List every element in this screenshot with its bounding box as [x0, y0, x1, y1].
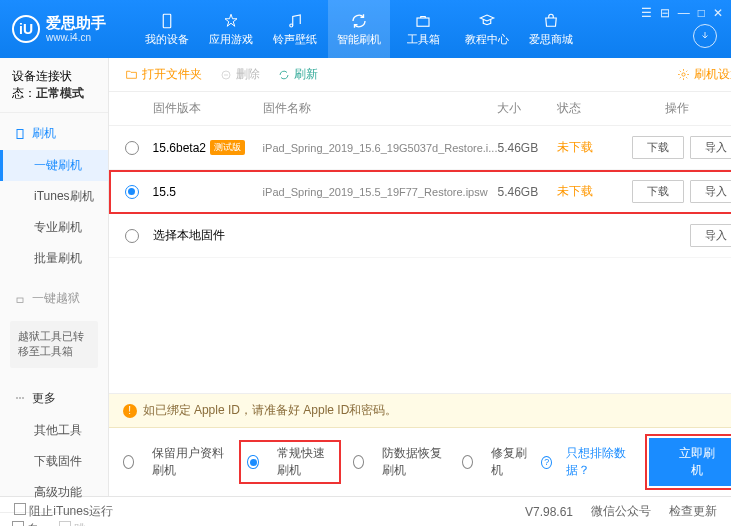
radio-local[interactable] — [125, 229, 139, 243]
sidebar-item-download[interactable]: 下载固件 — [0, 446, 108, 477]
download-button[interactable]: 下载 — [632, 180, 684, 203]
flash-options: 保留用户资料刷机 常规快速刷机 防数据恢复刷机 修复刷机 ? 只想排除数据？ 立… — [109, 428, 731, 496]
check-update-link[interactable]: 检查更新 — [669, 503, 717, 520]
titlebar: iU 爱思助手 www.i4.cn 我的设备 应用游戏 铃声壁纸 智能刷机 工具… — [0, 0, 731, 58]
svg-rect-3 — [17, 129, 23, 138]
svg-point-10 — [682, 73, 685, 76]
svg-point-6 — [19, 398, 21, 400]
app-url: www.i4.cn — [46, 32, 106, 44]
import-button[interactable]: 导入 — [690, 136, 731, 159]
sidebar-item-itunes[interactable]: iTunes刷机 — [0, 181, 108, 212]
app-logo: iU 爱思助手 www.i4.cn — [12, 14, 106, 44]
flash-settings-button[interactable]: 刷机设置 — [677, 66, 731, 83]
bottom-panel: ! 如已绑定 Apple ID，请准备好 Apple ID和密码。 ✕ 保留用户… — [109, 393, 731, 496]
sidebar-item-pro[interactable]: 专业刷机 — [0, 212, 108, 243]
sidebar: 设备连接状态：正常模式 刷机 一键刷机 iTunes刷机 专业刷机 批量刷机 一… — [0, 58, 109, 496]
opt-anti-recover[interactable]: 防数据恢复刷机 — [353, 445, 448, 479]
sidebar-flash-head[interactable]: 刷机 — [0, 117, 108, 150]
refresh-button[interactable]: 刷新 — [278, 66, 318, 83]
import-button[interactable]: 导入 — [690, 180, 731, 203]
download-button[interactable]: 下载 — [632, 136, 684, 159]
sidebar-more-head[interactable]: 更多 — [0, 382, 108, 415]
radio-selected[interactable] — [125, 185, 139, 199]
table-header: 固件版本 固件名称 大小 状态 操作 — [109, 92, 731, 126]
exclude-data-link[interactable]: 只想排除数据？ — [566, 445, 635, 479]
svg-rect-0 — [163, 14, 171, 28]
window-controls: ☰ ⊟ — □ ✕ — [641, 6, 723, 20]
delete-button[interactable]: 删除 — [220, 66, 260, 83]
nav-tutorial[interactable]: 教程中心 — [456, 0, 518, 58]
download-indicator[interactable] — [693, 24, 717, 48]
block-itunes-check[interactable]: 阻止iTunes运行 — [14, 503, 113, 520]
connection-status: 设备连接状态：正常模式 — [0, 58, 108, 113]
sidebar-jailbreak-head[interactable]: 一键越狱 — [0, 282, 108, 315]
svg-point-7 — [22, 398, 24, 400]
nav-flash[interactable]: 智能刷机 — [328, 0, 390, 58]
firmware-row-selected[interactable]: 15.5 iPad_Spring_2019_15.5_19F77_Restore… — [109, 170, 731, 214]
statusbar: 阻止iTunes运行 V7.98.61 微信公众号 检查更新 — [0, 496, 731, 526]
radio-unselected[interactable] — [125, 141, 139, 155]
appleid-alert: ! 如已绑定 Apple ID，请准备好 Apple ID和密码。 ✕ — [109, 394, 731, 428]
minimize-icon[interactable]: — — [678, 6, 690, 20]
maximize-icon[interactable]: □ — [698, 6, 705, 20]
svg-point-1 — [290, 24, 293, 27]
check-auto-activate[interactable]: 自动激活 — [12, 521, 49, 526]
open-folder-button[interactable]: 打开文件夹 — [125, 66, 202, 83]
version-label: V7.98.61 — [525, 505, 573, 519]
app-name: 爱思助手 — [46, 14, 106, 32]
toolbar: 打开文件夹 删除 刷新 刷机设置 — [109, 58, 731, 92]
flash-now-button[interactable]: 立即刷机 — [649, 438, 731, 486]
svg-rect-4 — [17, 298, 23, 303]
sidebar-item-tools[interactable]: 其他工具 — [0, 415, 108, 446]
sidebar-item-batch[interactable]: 批量刷机 — [0, 243, 108, 274]
nav-shop[interactable]: 爱思商城 — [520, 0, 582, 58]
svg-point-5 — [16, 398, 18, 400]
menu-icon[interactable]: ☰ — [641, 6, 652, 20]
opt-repair[interactable]: 修复刷机 — [462, 445, 528, 479]
firmware-row[interactable]: 15.6beta2测试版 iPad_Spring_2019_15.6_19G50… — [109, 126, 731, 170]
check-skip-guide[interactable]: 跳过向导 — [59, 521, 96, 526]
warning-icon: ! — [123, 404, 137, 418]
lock-icon[interactable]: ⊟ — [660, 6, 670, 20]
local-firmware-row[interactable]: 选择本地固件 导入 — [109, 214, 731, 258]
opt-keep-data[interactable]: 保留用户资料刷机 — [123, 445, 228, 479]
wechat-link[interactable]: 微信公众号 — [591, 503, 651, 520]
main-nav: 我的设备 应用游戏 铃声壁纸 智能刷机 工具箱 教程中心 爱思商城 — [136, 0, 582, 58]
nav-device[interactable]: 我的设备 — [136, 0, 198, 58]
nav-ringtone[interactable]: 铃声壁纸 — [264, 0, 326, 58]
nav-toolbox[interactable]: 工具箱 — [392, 0, 454, 58]
main-panel: 打开文件夹 删除 刷新 刷机设置 固件版本 固件名称 大小 状态 操作 15.6… — [109, 58, 731, 496]
jailbreak-notice: 越狱工具已转移至工具箱 — [10, 321, 98, 368]
import-button[interactable]: 导入 — [690, 224, 731, 247]
svg-rect-2 — [417, 18, 429, 26]
opt-normal-flash[interactable]: 常规快速刷机 — [241, 442, 338, 482]
nav-apps[interactable]: 应用游戏 — [200, 0, 262, 58]
sidebar-item-oneclick[interactable]: 一键刷机 — [0, 150, 108, 181]
help-icon[interactable]: ? — [541, 456, 552, 469]
close-icon[interactable]: ✕ — [713, 6, 723, 20]
logo-icon: iU — [12, 15, 40, 43]
